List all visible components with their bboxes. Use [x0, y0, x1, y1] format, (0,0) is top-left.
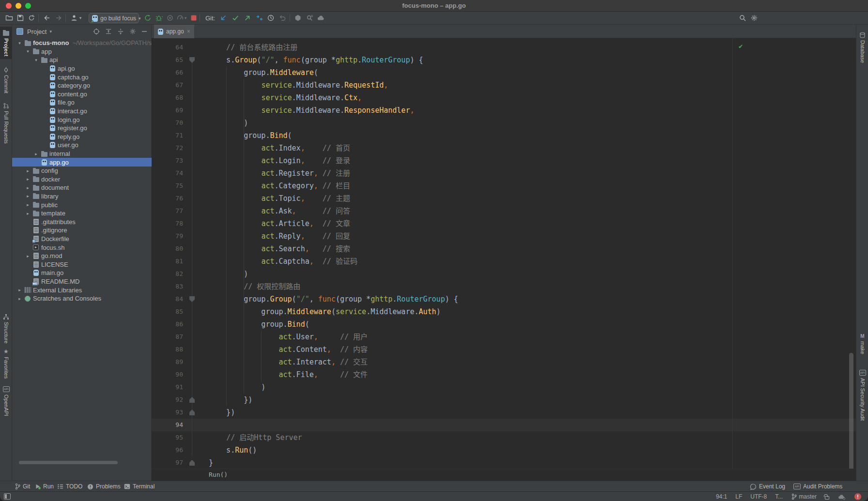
- tree-item--gitattributes[interactable]: .gitattributes: [12, 217, 152, 226]
- forward-icon[interactable]: [54, 14, 63, 22]
- tree-item-content-go[interactable]: content.go: [12, 90, 152, 99]
- line-number[interactable]: 94: [152, 419, 183, 431]
- tool-stripe-openapi[interactable]: APIOpenAPI: [0, 386, 12, 416]
- tree-item-category-go[interactable]: category.go: [12, 81, 152, 90]
- line-number[interactable]: 66: [152, 66, 183, 79]
- tree-chevron-icon[interactable]: ▸: [24, 194, 31, 198]
- run-configuration-select[interactable]: go build focus ▾: [89, 13, 139, 23]
- code-line[interactable]: // 权限控制路由: [209, 280, 458, 293]
- tree-chevron-icon[interactable]: ▸: [24, 254, 31, 258]
- line-number[interactable]: 95: [152, 431, 183, 444]
- coverage-button[interactable]: [166, 14, 174, 22]
- line-number[interactable]: 73: [152, 154, 183, 167]
- code-line[interactable]: service.Middleware.RequestId,: [209, 79, 458, 91]
- code-line[interactable]: act.Register, // 注册: [209, 167, 458, 180]
- code-line[interactable]: act.Category, // 栏目: [209, 180, 458, 192]
- panel-settings-gear-icon[interactable]: [129, 28, 136, 35]
- line-number[interactable]: 80: [152, 243, 183, 255]
- line-number[interactable]: 90: [152, 368, 183, 381]
- tree-item-api-go[interactable]: api.go: [12, 64, 152, 73]
- code-line[interactable]: [209, 419, 458, 431]
- expand-all-icon[interactable]: [105, 28, 112, 35]
- tree-item--gitignore[interactable]: .gitignore: [12, 226, 152, 235]
- code-line[interactable]: group.Bind(: [209, 318, 458, 331]
- tree-item-file-go[interactable]: file.go: [12, 98, 152, 107]
- search-everywhere-icon[interactable]: [738, 14, 747, 22]
- tree-chevron-icon[interactable]: ▾: [16, 41, 23, 46]
- tree-item-app[interactable]: ▾app: [12, 47, 152, 56]
- line-number[interactable]: 64: [152, 41, 183, 54]
- code-line[interactable]: group.Group("/", func(group *ghttp.Route…: [209, 293, 458, 305]
- tree-item-config[interactable]: ▸config: [12, 167, 152, 175]
- tree-item-focus-mono[interactable]: ▾focus-mono~/Workspace/Go/GOPATH/src/git…: [12, 39, 152, 47]
- line-number[interactable]: 84: [152, 293, 183, 305]
- tree-item-go-mod[interactable]: ▸go.mod: [12, 252, 152, 260]
- code-line[interactable]: group.Middleware(: [209, 66, 458, 79]
- user-dropdown-icon[interactable]: ▾: [78, 14, 83, 22]
- code-line[interactable]: act.Search, // 搜索: [209, 243, 458, 255]
- history-clock-icon[interactable]: [266, 14, 275, 22]
- user-profile-icon[interactable]: [70, 14, 78, 22]
- file-encoding[interactable]: UTF-8: [750, 493, 767, 500]
- stop-button[interactable]: [189, 14, 198, 22]
- line-number[interactable]: 67: [152, 79, 183, 91]
- code-line[interactable]: act.Interact, // 交互: [209, 356, 458, 368]
- toolwindow-button-audit-problems[interactable]: APIAudit Problems: [793, 481, 842, 492]
- code-line[interactable]: group.Bind(: [209, 129, 458, 142]
- code-line[interactable]: act.User, // 用户: [209, 331, 458, 343]
- code-line[interactable]: ): [209, 268, 458, 280]
- hexagon-icon[interactable]: [294, 14, 302, 22]
- fold-marker-icon[interactable]: [189, 397, 195, 403]
- tool-stripe-make[interactable]: Mmake: [856, 333, 868, 354]
- line-number[interactable]: 96: [152, 444, 183, 456]
- tree-chevron-icon[interactable]: ▸: [24, 202, 31, 207]
- tool-stripe-database[interactable]: Database: [856, 31, 868, 63]
- line-number[interactable]: 79: [152, 230, 183, 243]
- tab-app-go[interactable]: app.go ×: [154, 25, 194, 38]
- tree-item-focus-sh[interactable]: ▸focus.sh: [12, 243, 152, 252]
- tree-item-external-libraries[interactable]: ▸External Libraries: [12, 286, 152, 294]
- tool-stripe-pull-requests[interactable]: Pull Requests: [0, 102, 12, 144]
- hide-panel-icon[interactable]: [141, 29, 147, 34]
- line-number[interactable]: 76: [152, 192, 183, 205]
- chevron-down-icon[interactable]: ▾: [49, 29, 52, 34]
- line-number[interactable]: 71: [152, 129, 183, 142]
- tree-chevron-icon[interactable]: ▾: [32, 58, 40, 62]
- line-number[interactable]: 92: [152, 394, 183, 406]
- tool-stripe-favorites[interactable]: ★Favorites: [0, 348, 12, 379]
- line-number[interactable]: 85: [152, 305, 183, 318]
- code-line[interactable]: s.Run(): [209, 444, 458, 456]
- git-merge-icon[interactable]: [255, 14, 264, 22]
- tree-item-template[interactable]: ▸template: [12, 209, 152, 218]
- tree-item-register-go[interactable]: register.go: [12, 124, 152, 133]
- line-number[interactable]: 78: [152, 217, 183, 230]
- back-icon[interactable]: [43, 14, 51, 22]
- toolwindow-button-problems[interactable]: Problems: [87, 481, 121, 492]
- settings-gear-icon[interactable]: [750, 14, 759, 22]
- code-line[interactable]: ): [209, 117, 458, 129]
- fold-marker-icon[interactable]: [189, 296, 195, 302]
- git-commit-icon[interactable]: [231, 14, 240, 22]
- tree-item-interact-go[interactable]: interact.go: [12, 107, 152, 116]
- line-number[interactable]: 87: [152, 331, 183, 343]
- collapse-all-icon[interactable]: [117, 28, 124, 35]
- toolwindow-button-event-log[interactable]: Event Log: [750, 481, 785, 492]
- tree-item-main-go[interactable]: main.go: [12, 269, 152, 277]
- line-number[interactable]: 77: [152, 205, 183, 217]
- toolwindow-button-todo[interactable]: TODO: [57, 481, 82, 492]
- tool-stripe-structure[interactable]: Structure: [0, 313, 12, 344]
- code-line[interactable]: service.Middleware.ResponseHandler,: [209, 104, 458, 117]
- write-access-lock-icon[interactable]: [825, 496, 829, 500]
- tool-stripe-api-security-audit[interactable]: APIAPI Security Audit: [856, 369, 868, 421]
- code-line[interactable]: act.Captcha, // 验证码: [209, 255, 458, 268]
- line-number-gutter[interactable]: 6465666768697071727374757677787980818283…: [152, 41, 183, 469]
- project-panel-title[interactable]: Project: [27, 28, 46, 35]
- tree-item-user-go[interactable]: user.go: [12, 141, 152, 150]
- profiler-dropdown-icon[interactable]: ▾: [183, 14, 188, 22]
- tree-chevron-icon[interactable]: ▸: [24, 185, 31, 190]
- git-update-icon[interactable]: [219, 14, 228, 22]
- code-line[interactable]: }): [209, 394, 458, 406]
- code-line[interactable]: // 启动Http Server: [209, 431, 458, 444]
- tree-chevron-icon[interactable]: ▸: [24, 168, 31, 173]
- line-number[interactable]: 74: [152, 167, 183, 180]
